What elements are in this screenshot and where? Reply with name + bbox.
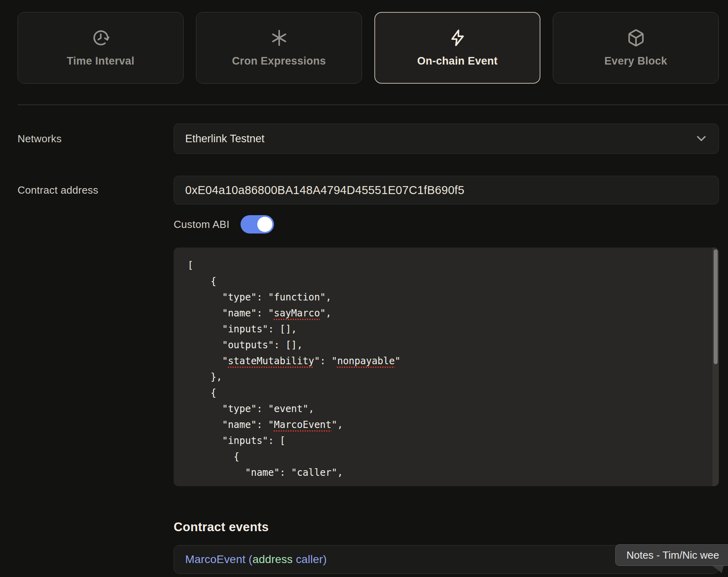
custom-abi-toggle[interactable] [241,215,274,234]
trigger-card-label: Cron Expressions [232,55,326,67]
cube-icon [627,29,645,47]
trigger-card-label: Every Block [605,55,667,67]
abi-scrollbar-track[interactable] [712,247,719,486]
contract-events-heading: Contract events [174,520,269,534]
clock-interval-icon [92,29,110,47]
lightning-icon [448,29,467,47]
notes-tooltip: Notes - Tim/Nic wee [615,544,728,566]
trigger-card-every-block[interactable]: Every Block [553,12,719,84]
section-divider [18,104,728,105]
asterisk-icon [270,29,288,47]
notes-tooltip-tail [711,565,724,573]
trigger-card-cron-expressions[interactable]: Cron Expressions [196,12,362,84]
trigger-card-time-interval[interactable]: Time Interval [18,12,184,84]
networks-label: Networks [18,124,62,154]
chevron-down-icon [695,132,708,145]
custom-abi-label: Custom ABI [174,218,229,231]
event-param-name: caller) [293,553,327,565]
abi-code-content: [ { "type": "function", "name": "sayMarc… [174,247,719,481]
abi-editor[interactable]: [ { "type": "function", "name": "sayMarc… [174,247,719,486]
trigger-card-label: Time Interval [67,55,135,67]
custom-abi-row: Custom ABI [174,214,274,234]
event-signature: MarcoEvent (address caller) [185,553,327,566]
toggle-knob [257,217,272,232]
networks-select[interactable]: Etherlink Testnet [174,124,719,154]
abi-scrollbar-thumb[interactable] [714,249,718,364]
contract-address-label: Contract address [18,176,98,204]
notes-tooltip-text: Notes - Tim/Nic wee [626,549,719,561]
trigger-type-selector: Time Interval Cron Expressions On-chain … [18,12,719,84]
trigger-card-label: On-chain Event [417,55,497,67]
networks-selected-value: Etherlink Testnet [185,133,264,145]
event-name: MarcoEvent ( [185,553,252,565]
trigger-card-on-chain-event[interactable]: On-chain Event [374,12,540,84]
contract-address-input[interactable] [174,176,719,204]
event-param-type: address [252,553,293,565]
